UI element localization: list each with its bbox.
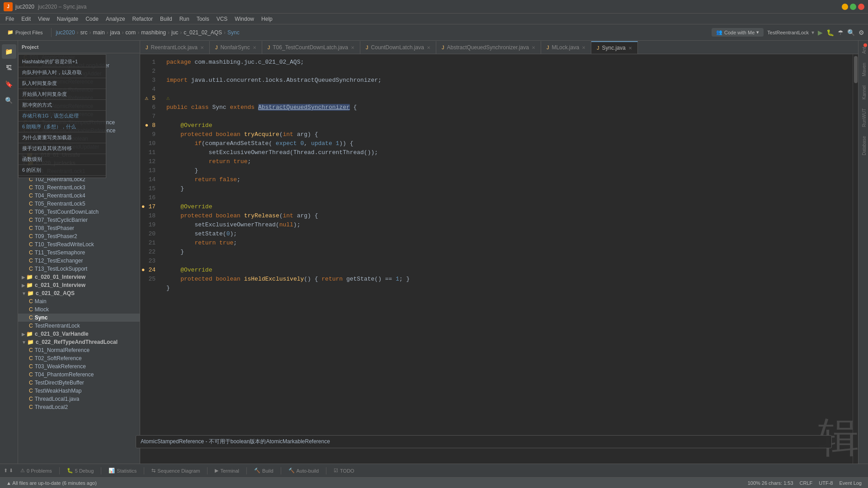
sidebar-find-icon[interactable]: 🔍: [2, 93, 16, 108]
breadcrumb-main[interactable]: main: [93, 29, 105, 36]
menu-view[interactable]: View: [34, 15, 53, 23]
tab-close-icon[interactable]: ✕: [427, 45, 430, 50]
menu-file[interactable]: File: [2, 15, 18, 23]
tree-folder-reftype[interactable]: ▼📁c_022_RefTypeAndThreadLocal: [18, 338, 140, 346]
minimize-button[interactable]: [842, 4, 848, 10]
tab-cdl[interactable]: J CountDownLatch.java ✕: [360, 41, 436, 54]
search-button[interactable]: 🔍: [847, 29, 855, 36]
code-editor[interactable]: package com.mashibing.juc.c_021_02_AQS; …: [163, 54, 858, 464]
autobuild-btn[interactable]: 🔨 Auto-build: [285, 467, 323, 474]
status-encoding[interactable]: UTF-8: [816, 480, 835, 486]
tab-mlock[interactable]: J MLock.java ✕: [541, 41, 591, 54]
tree-folder-interview[interactable]: ▶📁c_020_01_Interview: [18, 273, 140, 281]
todo-btn[interactable]: ☑ TODO: [330, 467, 358, 474]
tree-T04-rl[interactable]: CT04_ReentrantLock4: [18, 192, 140, 200]
statistics-btn[interactable]: 📊 Statistics: [105, 467, 140, 474]
tab-close-icon[interactable]: ✕: [532, 45, 535, 50]
tree-folder-interview2[interactable]: ▶📁c_021_01_Interview: [18, 281, 140, 289]
qa-item-1[interactable]: Hashtable的扩容是2倍+1: [19, 56, 106, 67]
menu-navigate[interactable]: Navigate: [53, 15, 82, 23]
qa-item-8[interactable]: 为什么要重写类加载器: [19, 132, 106, 143]
tab-reentrantlock[interactable]: J ReentrantLock.java ✕: [140, 41, 210, 54]
tree-folder-aqs[interactable]: ▼📁c_021_02_AQS: [18, 289, 140, 297]
sidebar-bookmarks-icon[interactable]: 🔖: [2, 77, 16, 91]
close-button[interactable]: [858, 4, 864, 10]
breadcrumb-juc2020[interactable]: juc2020: [56, 29, 75, 36]
menu-run[interactable]: Run: [176, 15, 193, 23]
tree-T07-cb[interactable]: CT07_TestCyclicBarrier: [18, 216, 140, 224]
tree-T05-rl[interactable]: CT05_ReentrantLock5: [18, 200, 140, 208]
sidebar-tab-maven[interactable]: Maven: [859, 58, 868, 81]
sidebar-structure-icon[interactable]: 🏗: [2, 61, 16, 75]
sidebar-tab-runwut[interactable]: RunWUT: [859, 104, 868, 131]
menu-build[interactable]: Build: [156, 15, 176, 23]
qa-item-6[interactable]: 存储只有1G，该怎么处理: [19, 111, 106, 122]
tab-nonfairsync[interactable]: J NonfairSync ✕: [210, 41, 262, 54]
breadcrumb-juc[interactable]: juc: [171, 29, 178, 36]
tab-close-icon[interactable]: ✕: [200, 45, 204, 50]
menu-code[interactable]: Code: [82, 15, 102, 23]
qa-item-4[interactable]: 开始插入时间复杂度: [19, 89, 106, 100]
tree-T13-ls[interactable]: CT13_TestLockSupport: [18, 265, 140, 273]
menu-refactor[interactable]: Refactor: [129, 15, 156, 23]
tab-close-icon[interactable]: ✕: [351, 45, 354, 50]
status-event-log[interactable]: Event Log: [836, 480, 864, 486]
tab-close-icon[interactable]: ✕: [628, 46, 632, 51]
breadcrumb-mashibing[interactable]: mashibing: [141, 29, 166, 36]
terminal-btn[interactable]: ▶ Terminal: [211, 467, 243, 474]
scrollbar-thumb[interactable]: [854, 56, 858, 83]
coverage-button[interactable]: ☂: [838, 29, 844, 36]
tree-sync[interactable]: CSync: [18, 314, 140, 322]
settings-icon[interactable]: ⚙: [859, 29, 864, 36]
breadcrumb-sync[interactable]: Sync: [227, 29, 240, 36]
tree-t04-phantom[interactable]: CT04_PhantomReference: [18, 371, 140, 379]
status-files-info[interactable]: ▲ All files are up-to-date (6 minutes ag…: [4, 480, 99, 486]
tab-sync[interactable]: J Sync.java ✕: [591, 41, 638, 54]
tree-testweakhash[interactable]: CTestWeakHashMap: [18, 387, 140, 395]
tree-T12-ex[interactable]: CT12_TestExchanger: [18, 257, 140, 265]
sequence-btn[interactable]: ⇆ Sequence Diagram: [148, 467, 203, 474]
tree-mlock[interactable]: CMlock: [18, 305, 140, 314]
tab-aqs[interactable]: J AbstractQueuedSynchronizer.java ✕: [436, 41, 541, 54]
tree-T08-ph[interactable]: CT08_TestPhaser: [18, 224, 140, 232]
debug-button[interactable]: 🐛: [826, 29, 834, 36]
qa-item-11[interactable]: 6 的区别: [19, 165, 106, 176]
tab-close-icon[interactable]: ✕: [253, 45, 256, 50]
tree-T06-cdl[interactable]: CT06_TestCountDownLatch: [18, 208, 140, 216]
tree-T09-ph[interactable]: CT09_TestPhaser2: [18, 232, 140, 240]
breadcrumb-java[interactable]: java: [110, 29, 120, 36]
qa-item-5[interactable]: 那冲突的方式: [19, 100, 106, 111]
tree-main[interactable]: CMain: [18, 297, 140, 305]
menu-tools[interactable]: Tools: [193, 15, 213, 23]
menu-analyze[interactable]: Analyze: [102, 15, 129, 23]
tree-testdirect[interactable]: CTestDirectByteBuffer: [18, 379, 140, 387]
maximize-button[interactable]: [850, 4, 856, 10]
tab-t06[interactable]: J T06_TestCountDownLatch.java ✕: [262, 41, 360, 54]
menu-vcs[interactable]: VCS: [213, 15, 231, 23]
menu-edit[interactable]: Edit: [18, 15, 34, 23]
menu-window[interactable]: Window: [231, 15, 258, 23]
build-btn[interactable]: 🔨 Build: [250, 467, 277, 474]
qa-item-2[interactable]: 向队列中插入时，以及存取: [19, 67, 106, 78]
project-files-btn[interactable]: 📁 Project Files: [4, 28, 47, 36]
tree-t01-normal[interactable]: CT01_NormalReference: [18, 346, 140, 354]
breadcrumb-com[interactable]: com: [126, 29, 136, 36]
qa-item-10[interactable]: 函数级别: [19, 154, 106, 165]
breadcrumb-src[interactable]: src: [80, 29, 88, 36]
qa-item-3[interactable]: 队入时间复杂度: [19, 78, 106, 89]
qa-item-9[interactable]: 接手过程及其状态转移: [19, 143, 106, 154]
tree-threadlocal1[interactable]: CThreadLocal1.java: [18, 395, 140, 403]
menu-help[interactable]: Help: [258, 15, 276, 23]
code-with-me-button[interactable]: 👥 Code with Me ▾: [712, 28, 764, 37]
debug-btn[interactable]: 🐛 5 Debug: [63, 467, 98, 474]
problems-btn[interactable]: ⚠ 0 Problems: [17, 467, 56, 474]
sidebar-project-icon[interactable]: 📁: [2, 44, 16, 59]
breadcrumb-c021[interactable]: c_021_02_AQS: [184, 29, 222, 36]
qa-item-7[interactable]: 6 朗顺序（多想），什么: [19, 122, 106, 132]
sidebar-tab-database[interactable]: Database: [859, 131, 868, 160]
tree-T03-rl[interactable]: CT03_ReentrantLock3: [18, 183, 140, 192]
tree-threadlocal2[interactable]: CThreadLocal2: [18, 403, 140, 411]
status-crlf[interactable]: CRLF: [797, 480, 816, 486]
tree-folder-varhandle[interactable]: ▶📁c_021_03_VarHandle: [18, 330, 140, 338]
status-line-col[interactable]: 100% 26 chars: 1:53: [745, 480, 796, 486]
